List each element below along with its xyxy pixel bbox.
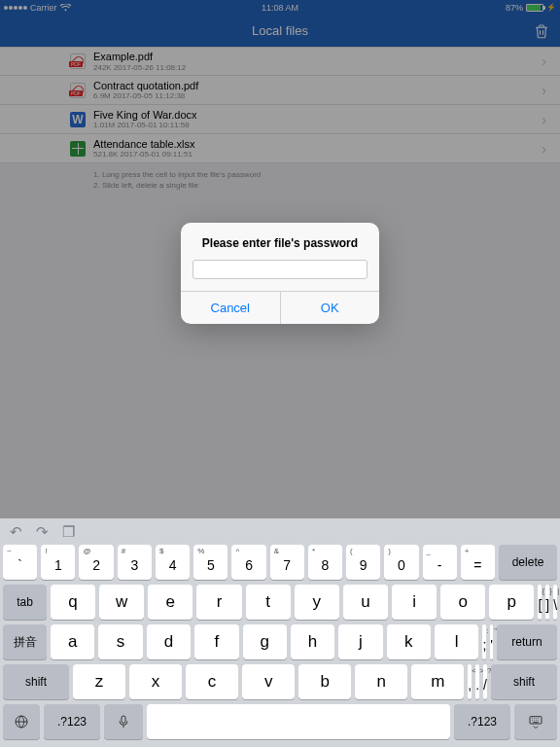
key-1[interactable]: !1 bbox=[41, 545, 75, 580]
key-q[interactable]: q bbox=[51, 585, 95, 620]
key-a[interactable]: a bbox=[51, 624, 94, 659]
key-4[interactable]: $4 bbox=[156, 545, 190, 580]
key-g[interactable]: g bbox=[243, 624, 287, 659]
key-;[interactable]: :; bbox=[482, 624, 486, 659]
key-hide-keyboard[interactable] bbox=[514, 704, 557, 739]
key-delete[interactable]: delete bbox=[499, 545, 557, 580]
keyboard-toolbar: ↶ ↷ ❐ bbox=[0, 518, 560, 545]
svg-rect-1 bbox=[122, 716, 125, 723]
keyboard: ↶ ↷ ❐ ~`!1@2#3$4%5^6&7*8(9)0_-+=delete t… bbox=[0, 518, 560, 747]
ok-button[interactable]: OK bbox=[281, 292, 380, 324]
key-'[interactable]: "' bbox=[490, 624, 493, 659]
redo-icon[interactable]: ↷ bbox=[36, 523, 49, 541]
key-s[interactable]: s bbox=[98, 624, 142, 659]
password-alert: Please enter file's password Cancel OK bbox=[181, 223, 379, 324]
key-=[interactable]: += bbox=[461, 545, 495, 580]
key-9[interactable]: (9 bbox=[346, 545, 380, 580]
cancel-button[interactable]: Cancel bbox=[181, 292, 281, 324]
key-6[interactable]: ^6 bbox=[231, 545, 265, 580]
key-2[interactable]: @2 bbox=[79, 545, 113, 580]
key-\[interactable]: |\ bbox=[553, 585, 557, 620]
undo-icon[interactable]: ↶ bbox=[10, 523, 22, 541]
key-o[interactable]: o bbox=[440, 585, 485, 620]
key-space[interactable] bbox=[147, 704, 450, 739]
key-c[interactable]: c bbox=[186, 664, 238, 699]
key-m[interactable]: m bbox=[411, 664, 464, 699]
key-n[interactable]: n bbox=[355, 664, 407, 699]
key-numbers-right[interactable]: .?123 bbox=[454, 704, 510, 739]
key-3[interactable]: #3 bbox=[118, 545, 152, 580]
key-v[interactable]: v bbox=[242, 664, 295, 699]
key-f[interactable]: f bbox=[194, 624, 238, 659]
key-5[interactable]: %5 bbox=[193, 545, 228, 580]
key-.[interactable]: >. bbox=[475, 664, 479, 699]
key-d[interactable]: d bbox=[147, 624, 191, 659]
key-x[interactable]: x bbox=[129, 664, 182, 699]
key-8[interactable]: *8 bbox=[308, 545, 342, 580]
key-w[interactable]: w bbox=[99, 585, 144, 620]
key-globe[interactable] bbox=[3, 704, 40, 739]
key-k[interactable]: k bbox=[387, 624, 431, 659]
key-h[interactable]: h bbox=[291, 624, 334, 659]
key-p[interactable]: p bbox=[489, 585, 534, 620]
key-z[interactable]: z bbox=[73, 664, 125, 699]
key-[[interactable]: {[ bbox=[538, 585, 542, 620]
key-l[interactable]: l bbox=[435, 624, 478, 659]
key-pinyin[interactable]: 拼音 bbox=[3, 624, 47, 659]
key-numbers-left[interactable]: .?123 bbox=[44, 704, 100, 739]
key-][interactable]: }] bbox=[545, 585, 549, 620]
key-j[interactable]: j bbox=[338, 624, 382, 659]
password-input[interactable] bbox=[192, 260, 368, 279]
key-r[interactable]: r bbox=[196, 585, 241, 620]
key-shift-left[interactable]: shift bbox=[3, 664, 69, 699]
key-7[interactable]: &7 bbox=[270, 545, 304, 580]
key-shift-right[interactable]: shift bbox=[491, 664, 557, 699]
alert-title: Please enter file's password bbox=[181, 223, 379, 260]
key-t[interactable]: t bbox=[246, 585, 291, 620]
key-i[interactable]: i bbox=[392, 585, 437, 620]
key-`[interactable]: ~` bbox=[3, 545, 37, 580]
key-/[interactable]: ?/ bbox=[483, 664, 487, 699]
key-tab[interactable]: tab bbox=[3, 585, 47, 620]
key-return[interactable]: return bbox=[497, 624, 557, 659]
key-y[interactable]: y bbox=[295, 585, 339, 620]
clipboard-icon[interactable]: ❐ bbox=[62, 523, 75, 541]
key-b[interactable]: b bbox=[298, 664, 351, 699]
key-,[interactable]: <, bbox=[468, 664, 472, 699]
key--[interactable]: _- bbox=[423, 545, 457, 580]
key-0[interactable]: )0 bbox=[384, 545, 418, 580]
key-e[interactable]: e bbox=[148, 585, 192, 620]
key-u[interactable]: u bbox=[343, 585, 388, 620]
key-mic[interactable] bbox=[104, 704, 143, 739]
